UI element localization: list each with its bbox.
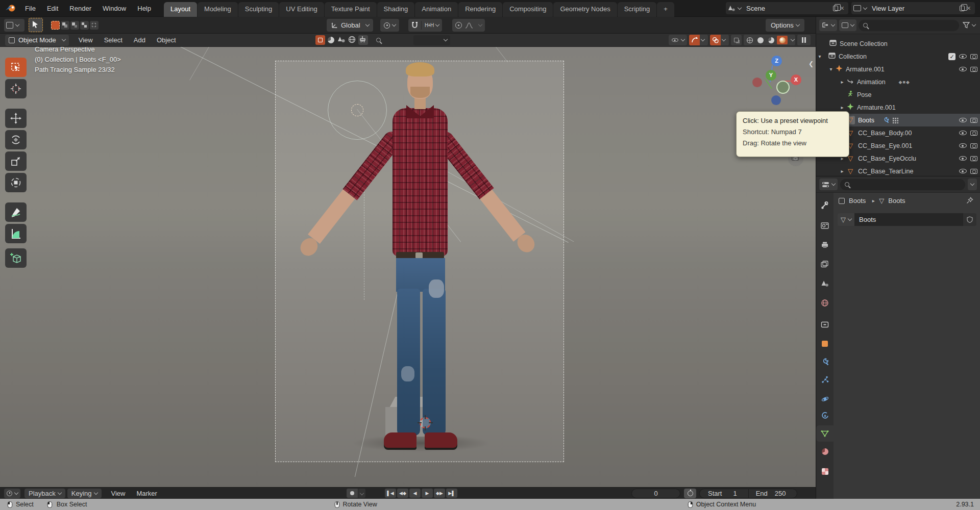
outliner-row-animation[interactable]: ▸ Animation ◆■◆ [816, 75, 980, 88]
tool-cursor-button[interactable] [5, 79, 27, 98]
breadcrumb-data[interactable]: Boots [888, 197, 905, 205]
tab-uv-editing[interactable]: UV Editing [279, 2, 324, 17]
outliner-search-input[interactable] [859, 20, 959, 31]
shading-material-button[interactable] [766, 36, 776, 44]
tab-scene-properties[interactable] [816, 275, 834, 292]
render-camera-toggle[interactable] [970, 143, 977, 148]
tab-material-properties[interactable] [816, 443, 834, 460]
menu-add[interactable]: Add [128, 36, 151, 44]
outliner-row-collection[interactable]: ▾ Collection ✓ [816, 50, 980, 63]
gizmo-axis-z-neg[interactable] [771, 95, 781, 105]
options-dropdown[interactable]: Options [766, 19, 804, 32]
shading-wireframe-button[interactable] [745, 36, 754, 44]
tab-tool-properties[interactable] [816, 197, 834, 213]
exclude-checkbox[interactable]: ✓ [948, 53, 955, 60]
render-camera-toggle[interactable] [970, 131, 977, 136]
outliner-filter-id-dropdown[interactable] [839, 19, 856, 31]
tab-collection-properties[interactable] [816, 316, 834, 333]
view-layer-selector[interactable]: View Layer × [851, 2, 975, 14]
playback-menu[interactable]: Playback [24, 489, 65, 498]
use-preview-range-button[interactable] [684, 489, 696, 498]
hide-eye-toggle[interactable] [959, 118, 967, 122]
render-camera-toggle[interactable] [970, 169, 977, 174]
select-mode-extend-button[interactable] [61, 21, 69, 30]
proportional-falloff-icon[interactable] [465, 22, 473, 29]
menu-object[interactable]: Object [151, 36, 182, 44]
expand-icon[interactable]: ▾ [816, 54, 823, 59]
auto-keying-button[interactable] [347, 489, 358, 498]
tab-rendering[interactable]: Rendering [458, 2, 502, 17]
tab-output-properties[interactable] [816, 237, 834, 253]
tab-physics-properties[interactable] [816, 391, 834, 407]
outliner-display-mode-dropdown[interactable] [819, 19, 837, 31]
snap-magnet-icon[interactable] [411, 22, 418, 29]
hide-eye-toggle[interactable] [959, 143, 967, 148]
play-button[interactable]: ▶ [422, 489, 433, 498]
tool-measure-button[interactable] [5, 224, 27, 243]
tool-scale-button[interactable] [5, 151, 27, 171]
menu-help[interactable]: Help [132, 5, 157, 12]
filter-scene-icon[interactable] [337, 35, 347, 45]
gizmo-dropdown[interactable] [700, 35, 708, 45]
gizmo-axis-x[interactable]: X [791, 74, 801, 85]
shading-rendered-button[interactable] [777, 36, 788, 44]
tab-scripting[interactable]: Scripting [618, 2, 657, 17]
tab-particle-properties[interactable] [816, 371, 834, 388]
timeline-marker-menu[interactable]: Marker [131, 490, 162, 497]
end-frame-field[interactable]: 250 [775, 490, 786, 497]
show-overlays-toggle[interactable] [710, 35, 721, 45]
prev-keyframe-button[interactable]: ◀◆ [397, 489, 408, 498]
select-mode-new-button[interactable] [51, 21, 60, 30]
tab-constraint-properties[interactable] [816, 407, 834, 424]
tab-shading[interactable]: Shading [377, 2, 415, 17]
current-frame-field[interactable]: 0 [631, 489, 680, 498]
menu-view[interactable]: View [73, 36, 99, 44]
collection-highlight-dropdown[interactable] [413, 35, 450, 45]
tab-modeling[interactable]: Modeling [198, 2, 238, 17]
timeline-editor-type-button[interactable] [4, 489, 20, 498]
tool-annotate-button[interactable] [5, 202, 27, 222]
search-icon[interactable] [376, 38, 381, 42]
render-camera-toggle[interactable] [970, 67, 977, 72]
tab-geometry-nodes[interactable]: Geometry Nodes [553, 2, 617, 17]
editor-type-button[interactable] [4, 19, 24, 32]
keying-set-dropdown[interactable] [358, 489, 365, 498]
gizmo-axis-y-neg-hover[interactable] [776, 81, 790, 94]
keying-menu[interactable]: Keying [67, 489, 102, 498]
menu-file[interactable]: File [19, 5, 41, 12]
expand-icon[interactable]: ▸ [839, 105, 846, 110]
filter-brush-icon[interactable] [358, 35, 368, 45]
filter-object-icon[interactable] [315, 35, 325, 45]
tab-modifier-properties[interactable] [816, 353, 834, 370]
outliner-row-armature-object[interactable]: ▾ Armature.001 [816, 63, 980, 75]
scene-selector[interactable]: Scene × [726, 2, 848, 14]
properties-options-dropdown[interactable] [968, 178, 977, 190]
outliner-filter-dropdown[interactable] [961, 22, 977, 29]
outliner-row-scene-collection[interactable]: Scene Collection [816, 37, 980, 50]
tab-animation[interactable]: Animation [415, 2, 458, 17]
sidebar-collapse-arrow[interactable]: ❮ [808, 60, 814, 67]
overlays-dropdown[interactable] [721, 35, 729, 45]
breadcrumb-object[interactable]: Boots [849, 197, 866, 205]
expand-icon[interactable]: ▸ [839, 168, 846, 174]
blender-logo-icon[interactable] [5, 4, 16, 13]
timeline-view-menu[interactable]: View [106, 490, 131, 497]
start-frame-field[interactable]: 1 [733, 490, 737, 497]
menu-select[interactable]: Select [99, 36, 128, 44]
tab-view-layer-properties[interactable] [816, 256, 834, 272]
hide-eye-toggle[interactable] [959, 169, 967, 173]
tool-move-button[interactable] [5, 109, 27, 128]
jump-to-end-button[interactable]: ▶▌ [446, 489, 457, 498]
hide-eye-toggle[interactable] [959, 67, 967, 71]
mode-dropdown[interactable]: Object Mode [5, 35, 69, 46]
shading-solid-button[interactable] [755, 36, 765, 44]
transform-orientation-dropdown[interactable]: Global [327, 19, 373, 32]
play-reverse-button[interactable]: ◀ [409, 489, 421, 498]
gizmo-axis-z[interactable]: Z [771, 56, 782, 66]
fake-user-shield-button[interactable] [963, 213, 976, 226]
tab-compositing[interactable]: Compositing [503, 2, 553, 17]
tab-render-properties[interactable] [816, 217, 834, 234]
filter-world-icon[interactable] [348, 35, 357, 45]
show-object-types-dropdown[interactable] [669, 35, 687, 45]
pause-render-button[interactable] [797, 35, 811, 45]
